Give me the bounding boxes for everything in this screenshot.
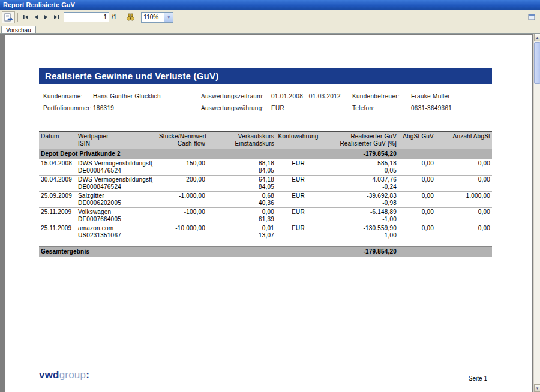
group-total-value: -179.854,20 <box>320 149 398 159</box>
column-header-wertpapier: WertpapierISIN <box>76 132 157 149</box>
cell-wertpapier: DWS Vermögensbildungsf(DE0008476524 <box>76 176 157 192</box>
cell-stuecke: -10.000,00 <box>157 224 207 240</box>
cell-waehrung: EUR <box>276 224 320 240</box>
cell-anzahl-abgst: 1.000,00 <box>436 192 492 208</box>
window-title: Report Realisierte GuV <box>3 1 75 8</box>
scrollbar-thumb[interactable] <box>534 42 540 84</box>
cell-anzahl-abgst: 0,00 <box>436 208 492 224</box>
info-row: Kundenname: Hans-Günther Glücklich Auswe… <box>39 91 492 103</box>
total-value: -179.854,20 <box>320 247 398 257</box>
table-header-row: Datum WertpapierISIN Stücke/NennwertCash… <box>39 132 492 149</box>
vwd-group-logo: vwdgroup: <box>39 369 89 381</box>
table-row: 25.09.2009 SalzgitterDE0006202005 -1.000… <box>39 192 492 208</box>
cell-stuecke: -1.000,00 <box>157 192 207 208</box>
report-title-bar: Realisierte Gewinne und Verluste (GuV) <box>39 68 492 84</box>
cell-guv: -6.148,89-1,00 <box>320 208 398 224</box>
report-info: Kundenname: Hans-Günther Glücklich Auswe… <box>39 91 492 115</box>
export-icon <box>4 13 13 22</box>
cell-abgst-guv: 0,00 <box>398 159 436 176</box>
cell-guv: 585,180,05 <box>320 159 398 176</box>
info-value: 0631-3649361 <box>411 105 452 111</box>
cell-kurs: 64,1884,05 <box>207 176 276 192</box>
cell-waehrung: EUR <box>276 159 320 176</box>
toolbar: /1 110% ▼ <box>0 10 540 24</box>
info-row: Portfolionummer: 186319 Auswertungswähru… <box>39 103 492 115</box>
report-title: Realisierte Gewinne und Verluste (GuV) <box>45 71 218 81</box>
report-content: Realisierte Gewinne und Verluste (GuV) K… <box>39 35 492 257</box>
binoculars-search-icon <box>126 13 135 21</box>
table-row: 25.11.2009 VolkswagenDE0007664005 -100,0… <box>39 208 492 224</box>
page-number-label: Seite 1 <box>469 375 487 382</box>
column-header-kontowaehrung: Kontowährung <box>276 132 320 149</box>
info-label: Portfolionummer: <box>43 105 92 111</box>
column-header-datum: Datum <box>39 132 76 149</box>
info-value: 186319 <box>93 105 114 111</box>
next-page-icon <box>44 14 49 20</box>
cell-guv: -39.692,83-0,98 <box>320 192 398 208</box>
cell-guv: -4.037,76-0,24 <box>320 176 398 192</box>
logo-group: group <box>59 369 86 381</box>
chevron-down-icon[interactable]: ▼ <box>164 13 173 22</box>
logo-vwd: vwd <box>39 369 59 381</box>
tab-bar: Vorschau <box>0 24 540 33</box>
last-page-button[interactable] <box>51 11 61 23</box>
first-page-button[interactable] <box>20 11 31 23</box>
cell-abgst-guv: 0,00 <box>398 176 436 192</box>
cell-anzahl-abgst: 0,00 <box>436 176 492 192</box>
info-value: Frauke Müller <box>411 93 450 99</box>
table-row: 25.11.2009 amazon.comUS0231351067 -10.00… <box>39 224 492 240</box>
page-total-label: /1 <box>112 14 116 20</box>
page-number-input[interactable] <box>64 12 109 22</box>
total-label: Gesamtergebnis <box>39 247 320 257</box>
grand-total-row: Gesamtergebnis -179.854,20 <box>39 247 492 257</box>
popup-window-button[interactable] <box>525 11 538 23</box>
search-button[interactable] <box>124 11 137 23</box>
cell-guv: -130.559,90-1,00 <box>320 224 398 240</box>
scroll-up-button[interactable]: ▲ <box>534 34 540 41</box>
zoom-select[interactable]: 110% ▼ <box>141 12 173 23</box>
cell-abgst-guv: 0,00 <box>398 224 436 240</box>
next-page-button[interactable] <box>41 11 51 23</box>
info-label: Kundenbetreuer: <box>352 93 400 99</box>
column-header-verkaufskurs: VerkaufskursEinstandskurs <box>207 132 276 149</box>
export-button[interactable] <box>2 11 15 23</box>
cell-datum: 25.11.2009 <box>39 208 76 224</box>
previous-page-icon <box>34 14 38 20</box>
info-value: EUR <box>271 105 284 111</box>
cell-stuecke: -200,00 <box>157 176 207 192</box>
info-label: Kundenname: <box>43 93 83 99</box>
toolbar-separator <box>17 13 18 22</box>
guv-table: Datum WertpapierISIN Stücke/NennwertCash… <box>39 131 492 257</box>
cell-datum: 25.11.2009 <box>39 224 76 240</box>
scroll-down-button[interactable]: ▼ <box>534 384 540 392</box>
up-arrow-icon: ▲ <box>536 36 539 40</box>
cell-wertpapier: amazon.comUS0231351067 <box>76 224 157 240</box>
cell-datum: 15.04.2008 <box>39 159 76 176</box>
previous-page-button[interactable] <box>31 11 41 23</box>
vertical-scrollbar[interactable]: ▲ ▼ <box>533 34 540 392</box>
cell-wertpapier: SalzgitterDE0006202005 <box>76 192 157 208</box>
cell-waehrung: EUR <box>276 192 320 208</box>
window-titlebar[interactable]: Report Realisierte GuV <box>0 0 540 10</box>
cell-anzahl-abgst: 0,00 <box>436 159 492 176</box>
cell-datum: 25.09.2009 <box>39 192 76 208</box>
logo-colon: : <box>86 369 89 381</box>
cell-wertpapier: VolkswagenDE0007664005 <box>76 208 157 224</box>
info-value: 01.01.2008 - 01.03.2012 <box>271 93 341 99</box>
cell-abgst-guv: 0,00 <box>398 192 436 208</box>
cell-kurs: 0,6840,36 <box>207 192 276 208</box>
cell-abgst-guv: 0,00 <box>398 208 436 224</box>
group-label: Depot Depot Privatkunde 2 <box>39 149 320 159</box>
first-page-icon <box>23 14 29 20</box>
cell-stuecke: -150,00 <box>157 159 207 176</box>
cell-anzahl-abgst: 0,00 <box>436 224 492 240</box>
zoom-value: 110% <box>142 14 164 20</box>
column-header-abgst-guv: AbgSt GuV <box>398 132 436 149</box>
table-spacer <box>39 240 492 247</box>
cell-kurs: 0,0061,39 <box>207 208 276 224</box>
cell-datum: 30.04.2009 <box>39 176 76 192</box>
preview-area: Realisierte Gewinne und Verluste (GuV) K… <box>0 33 540 392</box>
info-value: Hans-Günther Glücklich <box>93 93 161 99</box>
window-icon <box>528 14 535 20</box>
report-footer: vwdgroup: Seite 1 <box>39 369 492 382</box>
